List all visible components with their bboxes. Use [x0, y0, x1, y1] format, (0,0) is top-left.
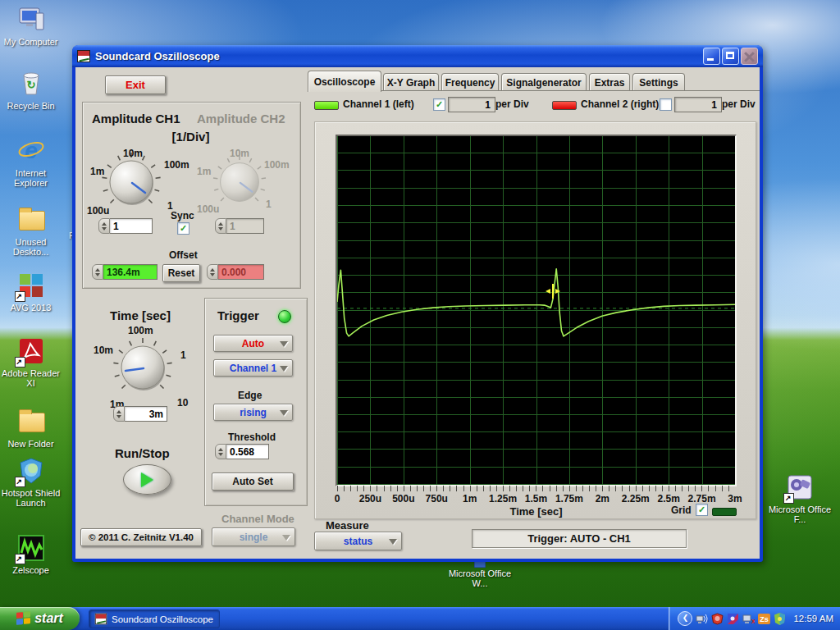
svg-text:e: e: [25, 138, 38, 163]
channel1-per-div-input[interactable]: 1: [448, 97, 495, 112]
amplitude-ch1-spinner[interactable]: 1: [98, 218, 153, 234]
spinner-arrows-icon[interactable]: [207, 264, 218, 280]
tab-frequency[interactable]: Frequency: [441, 73, 499, 91]
tray-zs-icon[interactable]: Zs: [758, 613, 770, 625]
app-icon: [95, 614, 107, 625]
measure-value: status: [344, 536, 372, 547]
desktop-icon-internet-explorer[interactable]: e Internet Explorer: [0, 136, 62, 188]
taskbar: start Soundcard Oszilloscope x Zs 12:59 …: [0, 607, 840, 630]
offset-ch2-spinner[interactable]: 0.000: [207, 264, 264, 280]
amplitude-ch2-spinner[interactable]: 1: [215, 218, 264, 234]
sync-checkbox[interactable]: [177, 222, 189, 235]
x-tick-label: 1.5m: [525, 493, 547, 504]
time-value[interactable]: 3m: [125, 406, 167, 422]
amp-ch2-scale-10m: 10m: [230, 148, 249, 159]
desktop-icon-label: Unused Deskto...: [0, 237, 62, 257]
desktop-icon-zelscope[interactable]: Zelscope: [0, 533, 62, 575]
desktop-icon-label: AVG 2013: [0, 303, 62, 313]
desktop-icon-label: Microsoft Office W...: [447, 568, 513, 588]
tray-shield-red-icon[interactable]: [711, 613, 724, 625]
tray-network-icon[interactable]: [696, 613, 708, 625]
desktop-icon-avg[interactable]: AVG 2013: [0, 271, 62, 313]
amplitude-ch1-value[interactable]: 1: [110, 218, 153, 234]
x-tick-label: 2.75m: [688, 493, 716, 504]
offset-reset-button[interactable]: Reset: [162, 264, 200, 282]
time-scale-1: 1: [180, 349, 186, 361]
amplitude-ch2-value[interactable]: 1: [226, 218, 264, 234]
exit-button[interactable]: Exit: [105, 75, 166, 94]
taskbar-task-soundcard-oscilloscope[interactable]: Soundcard Oszilloscope: [89, 609, 220, 628]
tab-signalgenerator[interactable]: Signalgenerator: [501, 73, 587, 91]
spinner-arrows-icon[interactable]: [113, 406, 125, 422]
desktop-icon-office-f[interactable]: Microsoft Office F...: [767, 472, 833, 524]
channel1-color-swatch: [314, 101, 339, 110]
desktop-icon-recycle-bin[interactable]: ↻ Recycle Bin: [0, 69, 62, 111]
x-tick-label: 0: [335, 493, 340, 504]
offset-ch1-value[interactable]: 136.4m: [103, 264, 158, 280]
amplitude-unit-label: [1/Div]: [82, 130, 299, 144]
minimize-button[interactable]: [703, 48, 720, 65]
trigger-edge-value: rising: [240, 407, 267, 418]
title-bar[interactable]: Soundcard Oszilloscope: [72, 45, 763, 67]
desktop-icon-adobe-reader[interactable]: Adobe Reader XI: [0, 336, 62, 388]
spinner-arrows-icon[interactable]: [92, 264, 103, 280]
spinner-arrows-icon[interactable]: [215, 444, 226, 459]
spinner-arrows-icon[interactable]: [98, 218, 110, 234]
tray-security-icon[interactable]: [727, 613, 739, 625]
desktop-icon-label: Zelscope: [0, 565, 62, 575]
tray-avg-icon[interactable]: [774, 613, 786, 625]
close-button[interactable]: [741, 48, 758, 65]
channel1-per-div-label: per Div: [495, 98, 529, 110]
amp-ch2-scale-100u: 100u: [197, 203, 219, 215]
folder-icon: [16, 407, 46, 436]
shortcut-arrow-icon: [783, 493, 794, 504]
x-tick-label: 1.25m: [489, 493, 517, 504]
task-label: Soundcard Oszilloscope: [112, 614, 213, 624]
grid-checkbox[interactable]: [696, 504, 708, 516]
channel-mode-dropdown[interactable]: single: [212, 527, 295, 546]
scope-plot[interactable]: [336, 135, 737, 486]
tab-oscilloscope[interactable]: Oscilloscope: [308, 71, 381, 92]
app-icon: [77, 50, 90, 62]
trigger-mode-value: Auto: [242, 338, 264, 349]
threshold-value[interactable]: 0.568: [226, 444, 269, 459]
offset-ch2-value[interactable]: 0.000: [218, 264, 264, 280]
dropdown-arrow-icon: [280, 366, 288, 372]
trigger-edge-dropdown[interactable]: rising: [213, 404, 293, 421]
channel2-checkbox[interactable]: [660, 98, 672, 111]
x-tick-label: 2.5m: [657, 493, 679, 504]
auto-set-button[interactable]: Auto Set: [212, 472, 294, 491]
measure-cursor-icon[interactable]: [545, 283, 561, 299]
start-button[interactable]: start: [0, 607, 80, 630]
desktop-icon-new-folder[interactable]: New Folder: [0, 407, 62, 449]
dropdown-arrow-icon: [282, 535, 290, 541]
trigger-mode-dropdown[interactable]: Auto: [213, 335, 293, 352]
tray-pc-error-icon[interactable]: x: [742, 613, 755, 625]
tray-collapse-icon[interactable]: [678, 611, 692, 626]
trigger-source-dropdown[interactable]: Channel 1: [213, 359, 293, 377]
run-stop-button[interactable]: [123, 464, 171, 495]
trigger-source-value: Channel 1: [230, 363, 276, 374]
adobe-reader-icon: [16, 336, 46, 366]
taskbar-clock: 12:59 AM: [793, 614, 833, 623]
offset-ch1-spinner[interactable]: 136.4m: [92, 264, 158, 280]
x-axis-ticks: 0250u500u750u1m1.25m1.5m1.75m2m2.25m2.5m…: [337, 493, 735, 504]
tab-settings[interactable]: Settings: [632, 73, 685, 91]
time-spinner[interactable]: 3m: [113, 406, 167, 422]
desktop-icon-unused-desktop[interactable]: Unused Deskto...: [0, 205, 62, 257]
channel2-per-div-input[interactable]: 1: [674, 97, 722, 112]
tab-extras[interactable]: Extras: [589, 73, 630, 91]
tab-xy-graph[interactable]: X-Y Graph: [383, 73, 439, 91]
desktop-icon-hotspot-shield[interactable]: Hotspot Shield Launch: [0, 456, 62, 508]
channel2-label: Channel 2 (right): [581, 98, 659, 110]
trigger-title: Trigger: [217, 308, 259, 322]
measure-dropdown[interactable]: status: [314, 532, 402, 550]
desktop-icon-label: New Folder: [0, 439, 62, 449]
maximize-button[interactable]: [722, 48, 739, 65]
window-title: Soundcard Oszilloscope: [95, 50, 701, 62]
desktop-icon-my-computer[interactable]: My Computer: [0, 5, 62, 47]
channel1-checkbox[interactable]: [433, 98, 445, 111]
threshold-spinner[interactable]: 0.568: [215, 444, 269, 459]
time-knob[interactable]: [110, 335, 176, 400]
spinner-arrows-icon[interactable]: [215, 218, 226, 234]
